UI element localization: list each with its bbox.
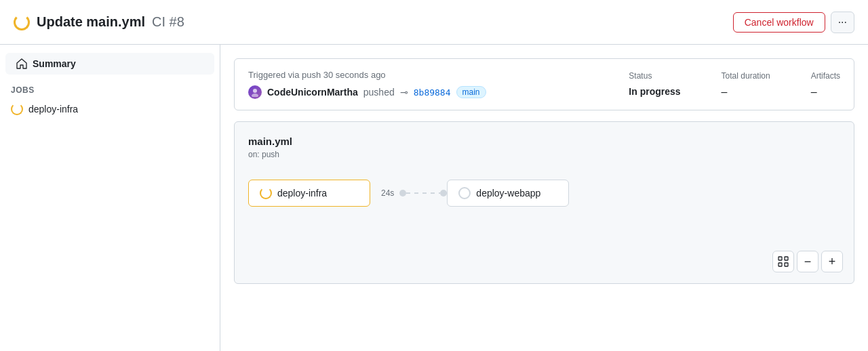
deploy-infra-label: deploy-infra bbox=[28, 104, 78, 115]
header-left: Update main.yml CI #8 bbox=[14, 14, 184, 30]
svg-rect-5 bbox=[785, 263, 788, 266]
connector-dot-left bbox=[399, 190, 406, 197]
pushed-label: pushed bbox=[363, 87, 395, 98]
duration-column: Total duration – bbox=[722, 71, 770, 98]
workflow-status-spinner-icon bbox=[14, 14, 30, 30]
svg-point-1 bbox=[252, 94, 258, 97]
deploy-infra-duration: 24s bbox=[381, 188, 394, 198]
jobs-section-label: Jobs bbox=[0, 77, 220, 99]
job-flow: deploy-infra 24s deploy-webapp bbox=[248, 180, 840, 207]
sidebar-item-summary[interactable]: Summary bbox=[5, 53, 214, 75]
more-icon: ··· bbox=[838, 16, 847, 28]
run-info-card: Triggered via push 30 seconds ago CodeUn… bbox=[234, 58, 854, 110]
header: Update main.yml CI #8 Cancel workflow ··… bbox=[0, 0, 868, 45]
avatar-image bbox=[250, 87, 260, 97]
sidebar-item-deploy-infra[interactable]: deploy-infra bbox=[0, 99, 220, 119]
avatar-inner bbox=[248, 85, 262, 99]
zoom-in-icon: + bbox=[829, 255, 836, 268]
branch-badge: main bbox=[456, 86, 486, 98]
fit-to-screen-button[interactable] bbox=[772, 251, 794, 272]
svg-rect-2 bbox=[778, 257, 782, 260]
workflow-diagram-card: main.yml on: push deploy-infra 24s bbox=[234, 121, 854, 284]
connector-dot-right bbox=[440, 190, 447, 197]
status-label: Status bbox=[629, 71, 680, 81]
deploy-infra-status-icon bbox=[11, 103, 23, 115]
job-node-deploy-infra[interactable]: deploy-infra bbox=[248, 180, 370, 207]
avatar bbox=[248, 85, 262, 99]
deploy-webapp-flow-icon bbox=[458, 187, 471, 199]
duration-label: Total duration bbox=[722, 71, 770, 81]
status-column: Status In progress bbox=[629, 71, 680, 97]
diagram-on-label: on: push bbox=[248, 150, 840, 159]
zoom-controls: − + bbox=[772, 251, 843, 272]
job-node-deploy-webapp[interactable]: deploy-webapp bbox=[447, 180, 569, 207]
deploy-infra-flow-label: deploy-infra bbox=[277, 188, 327, 199]
push-info: CodeUnicornMartha pushed ⊸ 8b89884 main bbox=[248, 85, 486, 99]
run-info-right: Status In progress Total duration – Arti… bbox=[629, 71, 840, 98]
header-right: Cancel workflow ··· bbox=[733, 12, 854, 33]
deploy-webapp-flow-label: deploy-webapp bbox=[476, 188, 540, 199]
fit-screen-icon bbox=[778, 256, 789, 267]
commit-graph-icon: ⊸ bbox=[400, 87, 408, 98]
artifacts-value: – bbox=[811, 86, 840, 98]
zoom-out-icon: − bbox=[804, 255, 812, 268]
pusher-username: CodeUnicornMartha bbox=[267, 87, 358, 98]
duration-value: – bbox=[722, 86, 770, 98]
layout: Summary Jobs deploy-infra Triggered via … bbox=[0, 45, 868, 351]
svg-rect-3 bbox=[785, 257, 788, 260]
status-value: In progress bbox=[629, 86, 680, 97]
page-title: Update main.yml bbox=[37, 14, 145, 30]
diagram-filename: main.yml bbox=[248, 136, 840, 147]
main-content: Triggered via push 30 seconds ago CodeUn… bbox=[220, 45, 868, 351]
home-icon bbox=[16, 58, 27, 69]
zoom-out-button[interactable]: − bbox=[797, 251, 818, 272]
cancel-workflow-button[interactable]: Cancel workflow bbox=[733, 12, 825, 33]
more-options-button[interactable]: ··· bbox=[831, 12, 854, 33]
sidebar: Summary Jobs deploy-infra bbox=[0, 45, 220, 351]
svg-point-0 bbox=[253, 89, 257, 93]
connector bbox=[399, 190, 447, 197]
svg-rect-4 bbox=[778, 263, 782, 266]
artifacts-label: Artifacts bbox=[811, 71, 840, 81]
connector-dash bbox=[406, 192, 440, 194]
run-label: CI #8 bbox=[152, 14, 184, 30]
commit-hash: 8b89884 bbox=[414, 87, 451, 98]
trigger-text: Triggered via push 30 seconds ago bbox=[248, 70, 486, 80]
deploy-infra-flow-icon bbox=[260, 187, 272, 199]
zoom-in-button[interactable]: + bbox=[821, 251, 843, 272]
artifacts-column: Artifacts – bbox=[811, 71, 840, 98]
summary-label: Summary bbox=[33, 58, 76, 69]
run-info-left: Triggered via push 30 seconds ago CodeUn… bbox=[248, 70, 486, 99]
